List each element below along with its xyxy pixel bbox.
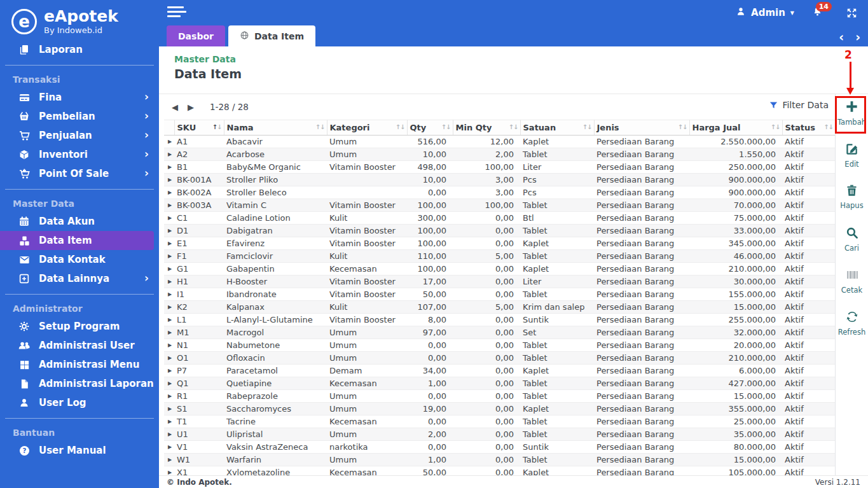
- table-row[interactable]: ▶BK-003AVitamin CVitamin Booster100,0010…: [164, 199, 835, 212]
- row-expander-icon[interactable]: ▶: [164, 161, 174, 174]
- table-row[interactable]: ▶M1MacrogolUmum97,000,00SetPersediaan Ba…: [164, 326, 835, 339]
- row-expander-icon[interactable]: ▶: [164, 199, 174, 212]
- table-row[interactable]: ▶I1IbandronateVitamin Booster50,000,00Ta…: [164, 288, 835, 301]
- column-header-status[interactable]: Status↑↓: [782, 120, 835, 136]
- table-row[interactable]: ▶A2AcarboseUmum10,002,00TabletPersediaan…: [164, 148, 835, 161]
- row-expander-icon[interactable]: ▶: [164, 148, 174, 161]
- table-row[interactable]: ▶U1UlipristalUmum2,000,00TabletPersediaa…: [164, 428, 835, 441]
- table-row[interactable]: ▶BK-002AStroller Beleco0,003,00PcsPersed…: [164, 186, 835, 199]
- column-header-qty[interactable]: Qty↑↓: [407, 120, 453, 136]
- row-expander-icon[interactable]: ▶: [164, 225, 174, 237]
- table-row[interactable]: ▶P7ParacetamolDemam34,000,00KapletPersed…: [164, 365, 835, 377]
- row-expander-icon[interactable]: ▶: [164, 186, 174, 199]
- table-row[interactable]: ▶W1WarfarinUmum1,000,00TabletPersediaan …: [164, 454, 835, 466]
- row-expander-icon[interactable]: ▶: [164, 250, 174, 263]
- tab-scroll-left[interactable]: ‹: [839, 30, 844, 44]
- table-row[interactable]: ▶B1Baby&Me OrganicVitamin Booster498,001…: [164, 161, 835, 174]
- table-row[interactable]: ▶V1Vaksin AstraZenecanarkotika0,000,00Su…: [164, 441, 835, 454]
- table-row[interactable]: ▶X1XylometazolineKecemasan50,000,00Kaple…: [164, 466, 835, 476]
- sidebar-item-data-akun[interactable]: Data Akun: [0, 212, 159, 231]
- sidebar-toggle-icon[interactable]: [167, 6, 186, 20]
- user-menu[interactable]: Admin ▼: [736, 6, 794, 19]
- prev-page-button[interactable]: ◀: [172, 102, 178, 112]
- row-expander-icon[interactable]: ▶: [164, 326, 174, 339]
- column-header-nama[interactable]: Nama↑↓: [224, 120, 327, 136]
- next-page-button[interactable]: ▶: [188, 102, 194, 112]
- table-row[interactable]: ▶E1EfavirenzVitamin Booster100,000,00Kap…: [164, 237, 835, 250]
- refresh-button[interactable]: Refresh: [836, 310, 868, 337]
- row-expander-icon[interactable]: ▶: [164, 174, 174, 186]
- cell-min_qty: 0,00: [453, 377, 520, 390]
- sidebar-item-setup-program[interactable]: Setup Program: [0, 317, 159, 336]
- sidebar-item-penjualan[interactable]: Penjualan ›: [0, 126, 159, 145]
- row-expander-icon[interactable]: ▶: [164, 428, 174, 441]
- row-expander-icon[interactable]: ▶: [164, 454, 174, 466]
- cell-nama: H-Booster: [224, 275, 327, 288]
- row-expander-icon[interactable]: ▶: [164, 212, 174, 225]
- row-expander-icon[interactable]: ▶: [164, 377, 174, 390]
- tab-scroll-right[interactable]: ›: [855, 30, 860, 44]
- table-row[interactable]: ▶R1RabeprazoleUmum0,000,00TabletPersedia…: [164, 390, 835, 403]
- row-expander-icon[interactable]: ▶: [164, 314, 174, 326]
- table-row[interactable]: ▶C1Caladine LotionKulit300,000,00BtlPers…: [164, 212, 835, 225]
- sidebar-item-user-log[interactable]: User Log: [0, 393, 159, 412]
- table-row[interactable]: ▶O1OfloxacinUmum0,000,00TabletPersediaan…: [164, 352, 835, 365]
- row-expander-icon[interactable]: ▶: [164, 352, 174, 365]
- table-row[interactable]: ▶A1AbacavirUmum516,0012,00KapletPersedia…: [164, 136, 835, 148]
- cari-button[interactable]: Cari: [836, 226, 868, 253]
- column-header-kategori[interactable]: Kategori↑↓: [327, 120, 407, 136]
- table-row[interactable]: ▶S1SaccharomycesUmum19,000,00KapletPerse…: [164, 403, 835, 415]
- sidebar-item-inventori[interactable]: Inventori ›: [0, 145, 159, 164]
- row-expander-icon[interactable]: ▶: [164, 441, 174, 454]
- edit-button[interactable]: Edit: [836, 142, 868, 169]
- sidebar-item-administrasi-menu[interactable]: Administrasi Menu: [0, 355, 159, 374]
- row-expander-icon[interactable]: ▶: [164, 136, 174, 148]
- table-row[interactable]: ▶K2KalpanaxKulit107,005,00Krim dan salep…: [164, 301, 835, 314]
- row-expander-icon[interactable]: ▶: [164, 365, 174, 377]
- sidebar-item-laporan[interactable]: Laporan: [0, 40, 159, 59]
- row-expander-icon[interactable]: ▶: [164, 390, 174, 403]
- row-expander-icon[interactable]: ▶: [164, 263, 174, 275]
- table-row[interactable]: ▶F1FamciclovirKulit110,005,00TabletPerse…: [164, 250, 835, 263]
- table-row[interactable]: ▶G1GabapentinKecemasan100,000,00KapletPe…: [164, 263, 835, 275]
- column-header-jenis[interactable]: Jenis↑↓: [594, 120, 689, 136]
- table-row[interactable]: ▶L1L-Alanyl-L-GlutamineVitamin Booster8,…: [164, 314, 835, 326]
- cell-sku: G1: [174, 263, 224, 275]
- tambah-button[interactable]: Tambah: [836, 99, 868, 127]
- filter-data-button[interactable]: Filter Data: [769, 100, 829, 110]
- sidebar-item-point-of-sale[interactable]: Point Of Sale ›: [0, 164, 159, 183]
- sidebar-item-user-manual[interactable]: ? User Manual: [0, 441, 159, 460]
- column-header-harga_jual[interactable]: Harga Jual↑↓: [689, 120, 782, 136]
- tab-dasbor[interactable]: Dasbor: [167, 25, 225, 46]
- column-header-min_qty[interactable]: Min Qty↑↓: [453, 120, 520, 136]
- hapus-button[interactable]: Hapus: [836, 184, 868, 210]
- notifications-button[interactable]: 14: [812, 6, 823, 20]
- sidebar-item-fina[interactable]: Fina ›: [0, 88, 159, 107]
- row-expander-icon[interactable]: ▶: [164, 403, 174, 415]
- sidebar-item-data-kontak[interactable]: Data Kontak: [0, 250, 159, 269]
- sidebar-item-data-item[interactable]: Data Item: [0, 231, 154, 250]
- sidebar-item-pembelian[interactable]: Pembelian ›: [0, 107, 159, 126]
- table-row[interactable]: ▶D1DabigatranVitamin Booster100,000,00Ta…: [164, 225, 835, 237]
- tab-data-item[interactable]: Data Item: [228, 25, 315, 46]
- column-header-satuan[interactable]: Satuan↑↓: [520, 120, 594, 136]
- table-row[interactable]: ▶T1TacrineKecemasan0,000,00TabletPersedi…: [164, 415, 835, 428]
- fullscreen-button[interactable]: [846, 7, 858, 19]
- row-expander-icon[interactable]: ▶: [164, 339, 174, 352]
- row-expander-icon[interactable]: ▶: [164, 466, 174, 476]
- sidebar-item-administrasi-laporan[interactable]: Administrasi Laporan: [0, 374, 159, 393]
- table-row[interactable]: ▶Q1QuetiapineKecemasan1,000,00TabletPers…: [164, 377, 835, 390]
- sidebar-item-data-lainnya[interactable]: Data Lainnya ›: [0, 269, 159, 288]
- row-expander-icon[interactable]: ▶: [164, 301, 174, 314]
- sidebar-item-administrasi-user[interactable]: Administrasi User: [0, 336, 159, 355]
- row-expander-icon[interactable]: ▶: [164, 237, 174, 250]
- column-header-sku[interactable]: SKU↑↓: [174, 120, 224, 136]
- row-expander-icon[interactable]: ▶: [164, 275, 174, 288]
- caret-down-icon: ▼: [790, 10, 794, 16]
- table-row[interactable]: ▶H1H-BoosterVitamin Booster17,000,00Lite…: [164, 275, 835, 288]
- cetak-button[interactable]: Cetak: [836, 268, 868, 295]
- table-row[interactable]: ▶N1NabumetoneUmum0,000,00TabletPersediaa…: [164, 339, 835, 352]
- row-expander-icon[interactable]: ▶: [164, 288, 174, 301]
- table-row[interactable]: ▶BK-001AStroller Pliko10,003,00PcsPersed…: [164, 174, 835, 186]
- row-expander-icon[interactable]: ▶: [164, 415, 174, 428]
